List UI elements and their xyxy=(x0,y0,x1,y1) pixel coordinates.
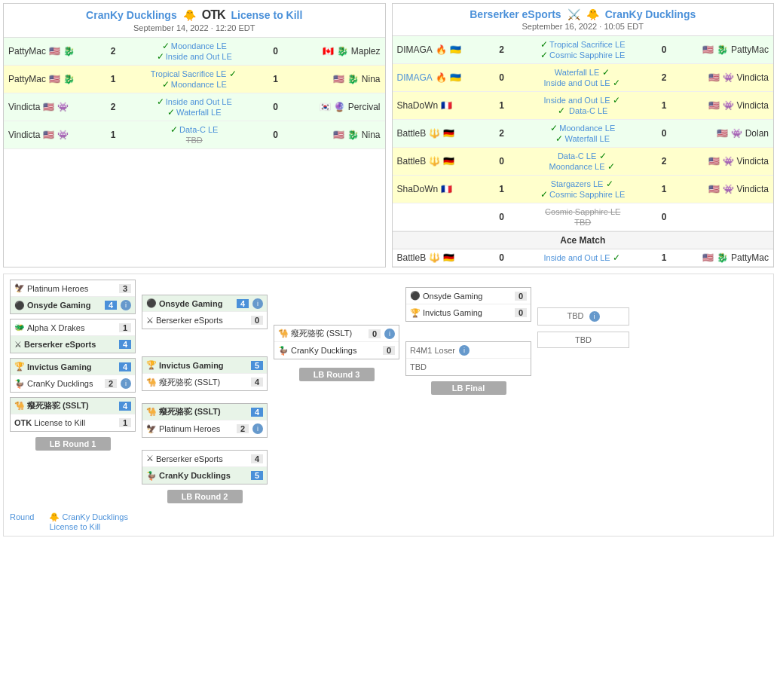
race-icon: 👾 xyxy=(57,102,69,112)
score-right-1-1: 0 xyxy=(265,44,287,58)
race-icon: 🐉 xyxy=(337,46,348,57)
flag-us: 🇺🇸 xyxy=(702,252,714,263)
score-left-2-7: 0 xyxy=(491,210,513,224)
info-icon[interactable]: i xyxy=(121,378,131,389)
team-score: 2 xyxy=(237,424,249,433)
team-score: 1 xyxy=(119,323,131,332)
team-name: TBD xyxy=(410,362,427,371)
tbd-label: TBD xyxy=(567,311,583,320)
match-row-2-7: 0 Cosmic Sapphire LE TBD 0 xyxy=(393,203,774,231)
score-right-2-4: 0 xyxy=(653,127,675,140)
cranky-name: CranKy Ducklings xyxy=(62,512,127,521)
team-name: 癈死骆驼 (SSLT) xyxy=(291,328,352,339)
team-score: 0 xyxy=(383,346,395,355)
player-name: Nina xyxy=(362,74,381,84)
right-team-1: License to Kill xyxy=(231,9,302,21)
round-label-text: Round xyxy=(10,512,34,521)
bracket-team: OTK License to Kill 1 xyxy=(11,414,135,431)
bracket-team: ⚔ Berserker eSports 0 xyxy=(142,312,267,329)
flag-de: 🇩🇪 xyxy=(443,128,454,139)
info-icon[interactable]: i xyxy=(252,423,263,434)
match-row-2-3: ShaDoWn 🇫🇷 1 Inside and Out LE ✓ ✓ Data-… xyxy=(393,92,774,120)
info-icon[interactable]: i xyxy=(121,300,131,310)
match-row-2-6: ShaDoWn 🇫🇷 1 Stargazers LE ✓ ✓Cosmic Sap… xyxy=(393,176,774,203)
bracket-team: ⚫ Onsyde Gaming 4 i xyxy=(11,297,135,313)
team-icon: ⚔ xyxy=(146,454,154,463)
player-right-2-4: 🇺🇸 👾 Dolan xyxy=(675,125,773,142)
player-name: Vindicta xyxy=(737,100,769,111)
otk-logo: OTK xyxy=(202,8,225,22)
bracket-team: 🐪 癈死骆驼 (SSLT) 4 xyxy=(142,404,267,420)
player-left-2-1: DIMAGA 🔥 🇺🇦 xyxy=(393,41,491,58)
match-date-2: September 16, 2022 · 10:05 EDT xyxy=(397,22,769,31)
bracket-section: 🦅 Platinum Heroes 3 ⚫ Onsyde Gaming 4 i … xyxy=(3,274,774,536)
match-header-1: CranKy Ducklings 🐥 OTK License to Kill S… xyxy=(4,4,385,38)
map-name: ✓Waterfall LE xyxy=(127,107,262,118)
team-icon: 🦆 xyxy=(146,471,157,481)
player-name: Vindicta xyxy=(8,130,40,140)
flag-us: 🇺🇸 xyxy=(43,130,54,140)
info-icon[interactable]: i xyxy=(589,311,600,322)
tbd-label: TBD xyxy=(575,335,592,344)
team-name: CranKy Ducklings xyxy=(27,379,93,388)
score-left-2-6: 1 xyxy=(491,182,513,196)
team-icon: 🦆 xyxy=(278,346,289,356)
match-row-1-2: PattyMac 🇺🇸 🐉 1 Tropical Sacrifice LE ✓ … xyxy=(4,66,385,93)
ace-score-left: 0 xyxy=(491,251,513,264)
player-left-1-4: Vindicta 🇺🇸 👾 xyxy=(4,127,102,143)
team-name: Onsyde Gaming xyxy=(423,292,482,301)
flag-us: 🇺🇸 xyxy=(717,128,728,139)
score-right-2-1: 0 xyxy=(653,43,675,57)
team-icon: 🏆 xyxy=(146,360,157,370)
maps-2-2: Waterfall LE ✓ Inside and Out LE ✓ xyxy=(513,64,653,91)
main-container: CranKy Ducklings 🐥 OTK License to Kill S… xyxy=(0,0,777,540)
bracket-team: 🦅 Platinum Heroes 2 i xyxy=(142,420,267,437)
bracket-team: ⚫ Onsyde Gaming 4 i xyxy=(142,295,267,312)
info-icon[interactable]: i xyxy=(459,345,470,356)
team-icon: 🐪 xyxy=(146,378,157,387)
match-panel-2: Berserker eSports ⚔️ 🐥 CranKy Ducklings … xyxy=(392,3,775,267)
team-icon: 🐪 xyxy=(14,401,25,411)
player-name: Vindicta xyxy=(8,102,40,112)
player-left-2-7 xyxy=(393,214,491,220)
team-score: 4 xyxy=(251,454,263,463)
team-name: 癈死骆驼 (SSLT) xyxy=(159,377,220,388)
match-row-2-4: BattleB 🔱 🇩🇪 2 ✓Moondance LE ✓Waterfall … xyxy=(393,120,774,148)
bracket-match-r1-3: 🏆 Invictus Gaming 4 🦆 CranKy Ducklings 2… xyxy=(10,358,136,393)
race-icon: 👾 xyxy=(723,156,734,167)
match-row-2-2: DIMAGA 🔥 🇺🇦 0 Waterfall LE ✓ Inside and … xyxy=(393,64,774,92)
info-icon[interactable]: i xyxy=(252,298,263,309)
bracket-match-r1-4: 🐪 癈死骆驼 (SSLT) 4 OTK License to Kill 1 xyxy=(10,397,136,432)
team-name: 癈死骆驼 (SSLT) xyxy=(159,406,221,417)
ace-score-right: 1 xyxy=(653,251,675,264)
flag-ua: 🇺🇦 xyxy=(450,72,461,83)
match-row-1-4: Vindicta 🇺🇸 👾 1 ✓Data-C LE TBD 0 🇺🇸 🐉 Ni… xyxy=(4,121,385,149)
player-name: Vindicta xyxy=(737,72,769,83)
flag-ca: 🇨🇦 xyxy=(323,46,334,57)
team-name: Platinum Heroes xyxy=(159,424,220,433)
team-icon: 🏆 xyxy=(410,308,421,318)
bracket-team: 🐪 癈死骆驼 (SSLT) 0 i xyxy=(274,326,399,342)
score-left-2-4: 2 xyxy=(491,127,513,140)
info-icon[interactable]: i xyxy=(384,329,395,339)
score-right-2-2: 2 xyxy=(653,71,675,84)
bracket-match-r3-1: 🐪 癈死骆驼 (SSLT) 0 i 🦆 CranKy Ducklings 0 xyxy=(274,325,399,359)
ace-player-left: BattleB 🔱 🇩🇪 xyxy=(393,249,491,266)
team-icon: ⚔ xyxy=(14,340,22,350)
ace-match-header: Ace Match xyxy=(393,231,774,249)
flag-us: 🇺🇸 xyxy=(708,156,720,167)
score-right-2-6: 1 xyxy=(653,182,675,196)
maps-2-3: Inside and Out LE ✓ ✓ Data-C LE xyxy=(513,92,653,119)
race-icon: 🐉 xyxy=(717,44,728,55)
maps-2-5: Data-C LE ✓ Moondance LE ✓ xyxy=(513,148,653,175)
bracket-team: 🦆 CranKy Ducklings 2 i xyxy=(11,375,135,392)
team-name: 癈死骆驼 (SSLT) xyxy=(27,400,89,411)
race-icon: 🔮 xyxy=(334,102,345,112)
player-name: BattleB xyxy=(397,252,427,263)
maps-1-4: ✓Data-C LE TBD xyxy=(124,121,265,148)
map-name: ✓Inside and Out LE xyxy=(127,96,262,107)
player-name: ShaDoWn xyxy=(397,184,439,194)
bracket-team: 🐪 癈死骆驼 (SSLT) 4 xyxy=(11,398,135,414)
match-row-2-1: DIMAGA 🔥 🇺🇦 2 ✓Tropical Sacrifice LE ✓Co… xyxy=(393,36,774,64)
player-left-2-6: ShaDoWn 🇫🇷 xyxy=(393,181,491,197)
